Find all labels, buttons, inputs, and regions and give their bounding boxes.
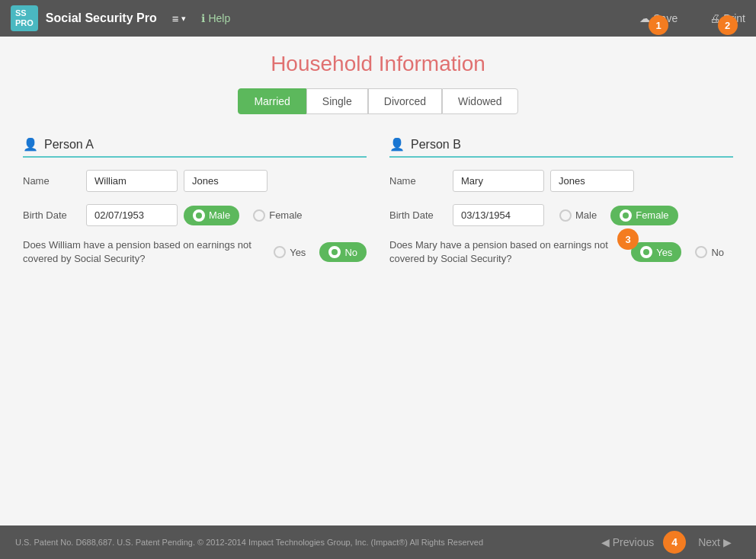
print-badge: 2 [718,15,738,35]
footer-copyright: U.S. Patent No. D688,687. U.S. Patent Pe… [15,538,483,547]
person-a-header: 👤 Person A [23,137,367,158]
person-a-birthdate-row: Birth Date Male Female [23,204,367,226]
person-a-last-name[interactable] [184,170,267,192]
tab-divorced[interactable]: Divorced [368,88,442,114]
person-b-female-radio-circle [620,209,632,222]
person-b-gender-female[interactable]: Female [610,206,678,225]
person-b-header: 👤 Person B [389,137,733,158]
person-a-pension-question: Does William have a pension based on ear… [23,238,255,266]
person-b-birthdate-row: Birth Date Male Female [389,204,733,226]
person-b-section: 👤 Person B Name Birth Date Male [389,137,733,278]
person-a-pension-no-circle [328,246,341,258]
main-content: Household Information Married Single Div… [0,37,756,525]
person-b-pension-question: Does Mary have a pension based on earnin… [389,238,622,266]
person-a-birthdate-label: Birth Date [23,209,80,221]
person-b-pension-radios: 3 Yes No [631,242,733,262]
status-tabs: Married Single Divorced Widowed [238,88,517,114]
save-button-wrapper: ☁ Save 1 [639,12,678,24]
person-a-name-row: Name [23,170,367,192]
person-a-heading: Person A [44,138,94,152]
help-link[interactable]: ℹ Help [201,12,230,24]
next-arrow-icon: ▶ [723,536,732,548]
person-b-icon: 👤 [389,137,405,152]
person-a-male-radio-circle [193,209,205,222]
next-button[interactable]: Next ▶ [689,533,741,551]
person-b-pension-no-circle [695,246,707,258]
person-a-gender-female[interactable]: Female [244,206,311,225]
person-b-pension-row: Does Mary have a pension based on earnin… [389,238,733,266]
person-a-pension-yes[interactable]: Yes [264,242,315,262]
menu-icon: ≡ [172,12,179,25]
person-a-female-radio-circle [253,209,265,222]
header-right: ☁ Save 1 🖨 Print 2 [639,12,745,24]
logo: SS PRO [11,5,38,31]
help-icon: ℹ [201,12,205,24]
person-a-birth-date[interactable] [86,204,178,226]
person-b-pension-yes-circle [640,246,652,258]
person-a-pension-yes-circle [274,246,286,258]
print-button-wrapper: 🖨 Print 2 [710,12,745,24]
person-a-gender-male[interactable]: Male [184,206,239,225]
prev-arrow-icon: ◀ [601,536,610,548]
next-badge: 4 [663,531,686,554]
person-b-birthdate-label: Birth Date [389,209,447,221]
person-b-first-name[interactable] [453,170,544,192]
person-a-pension-radios: Yes No [264,242,367,262]
person-a-name-label: Name [23,175,80,187]
person-b-pension-no[interactable]: No [686,242,733,262]
person-a-first-name[interactable] [86,170,178,192]
person-b-heading: Person B [411,138,461,152]
person-b-name-row: Name [389,170,733,192]
person-a-section: 👤 Person A Name Birth Date Male [23,137,367,278]
nav-menu[interactable]: ≡ ▾ [172,12,187,25]
person-a-pension-no[interactable]: No [319,242,367,262]
next-button-wrapper: 4 Next ▶ [663,531,741,554]
person-a-icon: 👤 [23,137,38,152]
person-b-male-radio-circle [559,209,572,222]
save-badge: 1 [649,15,668,35]
person-a-pension-row: Does William have a pension based on ear… [23,238,367,266]
footer: U.S. Patent No. D688,687. U.S. Patent Pe… [0,525,756,559]
page-title: Household Information [271,52,485,76]
chevron-down-icon: ▾ [181,14,186,24]
app-title: Social Security Pro [46,11,157,25]
person-b-gender-group: Male Female [550,206,678,225]
person-b-birth-date[interactable] [453,204,544,226]
tab-widowed[interactable]: Widowed [442,88,518,114]
footer-nav: ◀ Previous 4 Next ▶ [592,531,741,554]
person-a-gender-group: Male Female [184,206,312,225]
previous-button[interactable]: ◀ Previous [592,533,663,551]
tab-single[interactable]: Single [306,88,368,114]
header: SS PRO Social Security Pro ≡ ▾ ℹ Help ☁ … [0,0,756,37]
person-b-gender-male[interactable]: Male [550,206,606,225]
person-b-pension-yes[interactable]: Yes [631,242,681,262]
person-b-name-label: Name [389,175,447,187]
tab-married[interactable]: Married [238,88,306,114]
persons-grid: 👤 Person A Name Birth Date Male [23,137,733,278]
person-b-last-name[interactable] [550,170,634,192]
